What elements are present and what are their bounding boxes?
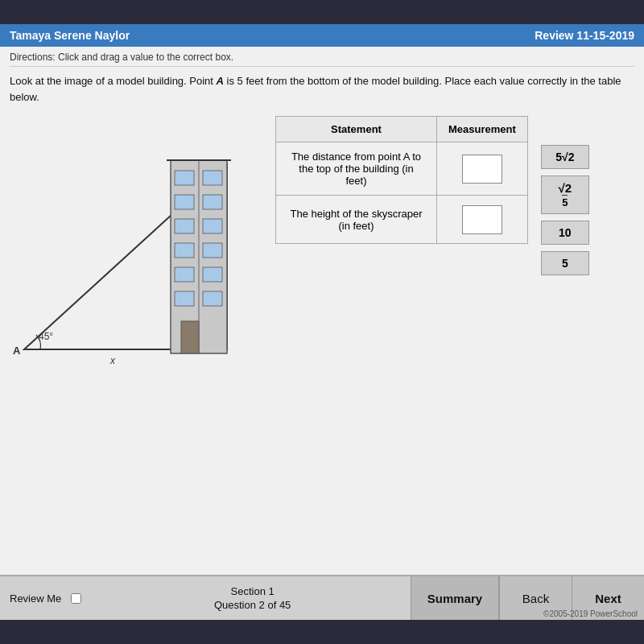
top-bezel [0,0,644,24]
answer-table: Statement Measurement The distance from … [275,116,528,244]
review-date: Review 11-15-2019 [535,29,634,42]
student-name: Tamaya Serene Naylor [10,29,130,42]
center-section: Section 1 Question 2 of 45 [94,576,411,620]
svg-rect-10 [175,219,194,233]
answer-options-panel: 5√2 √2 5 10 5 [541,145,589,275]
col-measurement-header: Measurement [437,117,528,142]
review-me-label: Review Me [10,592,61,605]
main-content: Directions: Click and drag a value to th… [0,47,644,575]
svg-rect-8 [175,171,194,185]
svg-rect-7 [181,321,199,353]
svg-text:45°: 45° [39,331,53,342]
drop-box-1[interactable] [462,155,502,184]
building-illustration: 45° x A [10,116,259,374]
table-row: The height of the skyscraper (in feet) [276,196,528,244]
measurement-cell-2[interactable] [437,196,528,244]
answer-option-2[interactable]: √2 5 [541,175,589,214]
answer-option-1[interactable]: 5√2 [541,145,589,169]
svg-rect-16 [203,219,222,233]
svg-rect-14 [203,171,222,185]
section-label: Section 1 [231,585,275,597]
col-statement-header: Statement [276,117,437,142]
review-me-checkbox[interactable] [71,593,81,604]
bottom-wrapper: Review Me Section 1 Question 2 of 45 Sum… [0,575,644,620]
svg-rect-12 [175,267,194,282]
svg-rect-19 [203,291,222,306]
review-me-section: Review Me [0,576,94,620]
answer-option-4[interactable]: 5 [541,251,589,275]
svg-rect-11 [175,243,194,258]
svg-rect-18 [203,267,222,282]
copyright-text: ©2005-2019 PowerSchool [543,609,638,618]
header-bar: Tamaya Serene Naylor Review 11-15-2019 [0,24,644,47]
svg-rect-17 [203,243,222,258]
problem-text: Look at the image of a model building. P… [10,73,634,105]
directions-text: Directions: Click and drag a value to th… [10,52,634,67]
svg-rect-9 [175,195,194,209]
answer-option-3[interactable]: 10 [541,221,589,245]
measurement-cell-1[interactable] [437,142,528,196]
svg-rect-15 [203,195,222,209]
bottom-bezel [0,620,644,644]
geometry-svg: 45° x A [10,116,259,374]
table-row: The distance from point A to the top of … [276,142,528,196]
svg-text:A: A [13,345,21,357]
statement-cell-1: The distance from point A to the top of … [276,142,437,196]
drop-box-2[interactable] [462,205,502,234]
problem-area: 45° x A [10,116,634,567]
summary-button[interactable]: Summary [411,576,499,620]
right-side: Statement Measurement The distance from … [275,116,589,275]
svg-text:x: x [109,355,116,366]
question-label: Question 2 of 45 [214,599,291,611]
statement-cell-2: The height of the skyscraper (in feet) [276,196,437,244]
svg-rect-13 [175,291,194,306]
